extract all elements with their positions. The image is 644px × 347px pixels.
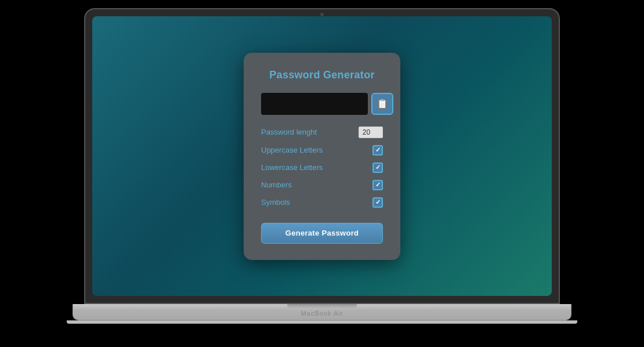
symbols-label: Symbols: [261, 198, 290, 207]
card-title: Password Generator: [261, 69, 383, 81]
numbers-checkbox[interactable]: [372, 180, 383, 190]
password-display-row: 📋: [261, 93, 383, 115]
uppercase-letters-label: Uppercase Letters: [261, 146, 323, 154]
lowercase-row: Lowercase Letters: [261, 162, 383, 173]
password-length-input[interactable]: [359, 126, 383, 138]
screen-bezel: Password Generator 📋 Password lenght Upp…: [84, 8, 560, 304]
password-output-field[interactable]: [261, 93, 368, 115]
generate-password-button[interactable]: Generate Password: [261, 223, 383, 244]
symbols-row: Symbols: [261, 197, 383, 208]
laptop-foot: [67, 320, 577, 324]
screen-display: Password Generator 📋 Password lenght Upp…: [92, 16, 552, 296]
uppercase-row: Uppercase Letters: [261, 145, 383, 156]
copy-button[interactable]: 📋: [371, 93, 393, 115]
numbers-label: Numbers: [261, 180, 292, 189]
password-generator-card: Password Generator 📋 Password lenght Upp…: [244, 53, 400, 260]
numbers-row: Numbers: [261, 180, 383, 190]
copy-icon: 📋: [377, 98, 388, 109]
laptop-base: MacBook Air: [73, 304, 571, 320]
uppercase-checkbox[interactable]: [372, 145, 383, 156]
lowercase-letters-label: Lowercase Letters: [261, 163, 323, 172]
brand-label: MacBook Air: [301, 310, 343, 317]
lowercase-checkbox[interactable]: [372, 162, 383, 173]
password-length-row: Password lenght: [261, 126, 383, 138]
symbols-checkbox[interactable]: [372, 197, 383, 208]
laptop-shell: Password Generator 📋 Password lenght Upp…: [55, 8, 589, 339]
password-length-label: Password lenght: [261, 128, 317, 136]
